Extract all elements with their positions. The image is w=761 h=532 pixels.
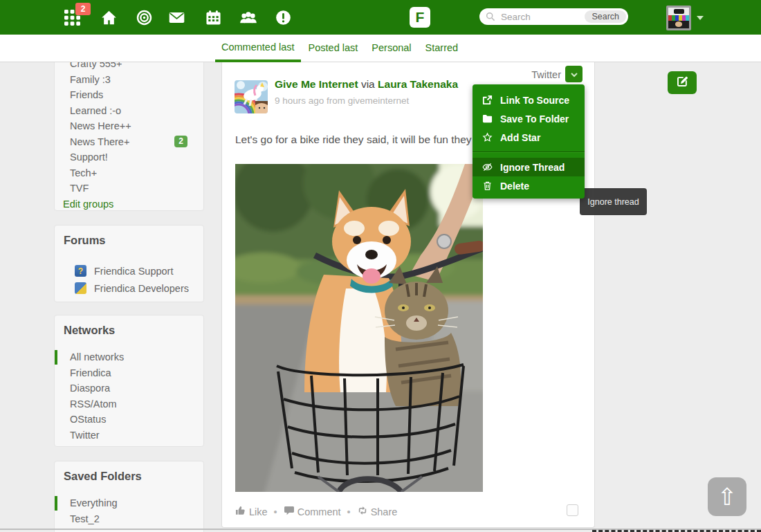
forums-panel: Forums ? Friendica Support Friendica Dev… [54,225,204,302]
post-options-dropdown-menu: Link To Source Save To Folder Add Star I… [473,84,585,199]
notification-badge[interactable]: 2 [75,3,91,15]
messages-envelope-icon[interactable] [169,10,185,26]
sidebar-network-item[interactable]: Diaspora [55,380,203,396]
menu-divider [473,152,585,153]
sidebar-group-item[interactable]: Family :3 [55,72,203,88]
action-separator: • [274,506,277,517]
networks-panel: Networks All networks Friendica Diaspora… [54,315,204,447]
network-label: Twitter [70,430,100,441]
post-owner-link[interactable]: Laura Takenaka [378,78,458,90]
sidebar-folder-item[interactable]: Test_2 [55,511,203,527]
search-bar[interactable]: Search [479,8,628,25]
menu-item-label: Save To Folder [500,113,569,125]
post-timestamp: 9 hours ago from givemeinternet [275,95,409,106]
arrow-up-icon: ⇧ [717,483,737,511]
post-title-line: Give Me Internet via Laura Takenaka [275,78,458,91]
groups-users-icon[interactable] [239,10,257,26]
tab[interactable]: Starred [419,35,465,62]
home-icon[interactable] [101,10,117,26]
post-menu-toggle-button[interactable] [565,66,583,82]
post-author-avatar[interactable] [235,80,268,113]
menu-item[interactable]: Save To Folder [473,109,585,128]
active-marker [55,350,57,365]
tab[interactable]: Posted last [302,35,365,62]
sidebar-group-item[interactable]: TVF [55,181,203,196]
avatar-caret-down-icon[interactable] [697,16,704,24]
forums-title: Forums [55,226,203,247]
caret-down-icon [571,68,578,80]
tab[interactable]: Commented last [215,35,301,62]
sidebar-network-item[interactable]: OStatus [55,412,203,428]
comment-button[interactable]: Comment [284,505,341,518]
network-label: RSS/Atom [70,398,117,410]
network-label: OStatus [70,414,106,425]
sidebar-group-item[interactable]: Tech+ [55,165,203,181]
post-text: Let's go for a bike ride they said, it w… [235,134,480,146]
post-network-label: Twitter [531,69,561,80]
networks-list: All networks Friendica Diaspora RSS/Atom… [55,349,203,443]
folder-icon [482,113,494,125]
network-label: Friendica [70,367,111,378]
scroll-to-top-button[interactable]: ⇧ [708,477,746,516]
search-input[interactable] [499,11,585,23]
active-marker [55,496,57,511]
sidebar-group-item[interactable]: Friends [55,87,203,103]
folders-list: Everything Test_2 [55,495,203,526]
folder-label: Test_2 [70,513,100,524]
folder-label: Everything [70,497,118,508]
sidebar-group-item[interactable]: News Here++ [55,118,203,134]
avatar-test-card [668,8,689,28]
external-link-icon [482,95,494,106]
select-post-checkbox[interactable] [567,504,578,516]
pencil-square-icon [676,75,689,91]
post-photo-dog-cat-bike-basket[interactable] [235,164,483,492]
top-navbar: 2 F Search [0,0,761,35]
group-label: Tech+ [70,167,97,178]
menu-item-label: Add Star [500,132,540,143]
sidebar-group-item[interactable]: News There+ 2 [55,134,203,150]
sidebar-network-item[interactable]: Twitter [55,428,203,443]
notices-exclamation-icon[interactable] [275,10,291,26]
tabs: Commented last Posted last Personal Star… [215,35,466,62]
menu-item[interactable]: Add Star [473,128,585,147]
share-button[interactable]: Share [357,505,398,518]
edit-groups-link[interactable]: Edit groups [55,196,203,212]
menu-item-label: Delete [500,181,529,192]
sidebar-network-item[interactable]: RSS/Atom [55,396,203,412]
menu-item-label: Link To Source [500,95,569,106]
menu-item[interactable]: Delete [473,176,585,195]
retweet-icon [357,505,371,518]
sidebar-forum-item[interactable]: Friendica Developers [55,279,203,297]
calendar-icon[interactable] [205,10,221,26]
saved-folders-title: Saved Folders [55,461,203,483]
networks-title: Networks [55,315,203,337]
menu-item[interactable]: Link To Source [473,91,585,109]
sidebar-folder-item[interactable]: Everything [55,495,203,511]
network-label: Diaspora [70,383,110,394]
forum-label: Friendica Developers [94,283,189,294]
new-post-button[interactable] [668,71,697,94]
group-label: Friends [70,89,103,100]
bullseye-icon[interactable] [136,10,152,26]
action-separator: • [347,506,351,517]
like-button[interactable]: Like [235,505,268,518]
search-icon [486,12,495,21]
friendica-logo[interactable]: F [410,7,430,28]
via-label: via [361,78,375,90]
user-avatar[interactable] [666,6,691,30]
forums-list: ? Friendica Support Friendica Developers [55,262,203,297]
tab[interactable]: Personal [365,35,417,62]
sidebar-network-item[interactable]: Friendica [55,365,203,381]
eye-slash-icon [482,162,494,173]
sidebar-network-item[interactable]: All networks [55,349,203,365]
sidebar-group-item[interactable]: Learned :-o [55,103,203,119]
group-label: News Here++ [70,120,131,131]
sidebar-group-item[interactable]: Support! [55,149,203,165]
groups-list: Crafty 555+ Family :3 Friends Learned :-… [55,56,203,196]
sidebar-forum-item[interactable]: ? Friendica Support [55,262,203,279]
comment-bubble-icon [284,505,297,518]
menu-item[interactable]: Ignore Thread [473,158,585,176]
post-author-link[interactable]: Give Me Internet [275,78,358,90]
ignore-thread-tooltip: Ignore thread [580,188,647,215]
search-submit-button[interactable]: Search [585,10,626,23]
